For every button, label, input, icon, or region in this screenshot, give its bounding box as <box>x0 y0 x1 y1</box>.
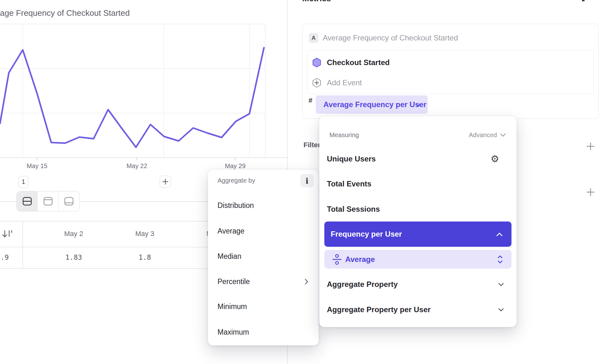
table-cell: 1.9 <box>0 253 12 261</box>
trend-line-series <box>0 48 264 147</box>
granularity-button[interactable]: 1 <box>18 176 28 188</box>
add-section-button[interactable] <box>586 188 595 197</box>
menu-item-total-sessions[interactable]: Total Sessions <box>327 204 380 214</box>
info-glyph: i <box>305 176 308 185</box>
add-event-button[interactable]: Add Event <box>327 78 362 88</box>
menu-item-unique-users[interactable]: Unique Users <box>327 154 376 164</box>
split-rows-icon <box>22 197 32 206</box>
table-column-divider <box>22 221 23 268</box>
table-cell: 1.83 <box>55 253 93 261</box>
sort-descending-icon[interactable] <box>2 229 13 238</box>
aggregate-by-menu: Aggregate by i Distribution Average Medi… <box>208 170 319 345</box>
event-name[interactable]: Checkout Started <box>327 58 390 67</box>
metric-label-badge: A <box>309 33 318 43</box>
chevron-up-icon <box>496 233 503 236</box>
event-hexagon-icon <box>312 58 321 68</box>
x-tick-label: May 22 <box>119 162 154 170</box>
add-filter-button[interactable] <box>586 142 595 151</box>
average-division-icon <box>332 254 342 265</box>
layout-split-rows-button[interactable] <box>17 191 38 211</box>
chevron-down-icon <box>415 103 421 107</box>
table-column-header[interactable]: May 2 <box>55 230 93 238</box>
partial-toolbar-icon <box>582 0 585 1</box>
advanced-label: Advanced <box>469 131 497 139</box>
table-cell: 1.8 <box>126 253 164 261</box>
panel-bottom-icon <box>64 197 74 206</box>
x-tick-label: May 15 <box>20 162 54 170</box>
info-icon[interactable]: i <box>300 174 314 187</box>
trend-chart[interactable] <box>0 0 287 172</box>
panel-top-icon <box>43 197 53 206</box>
measuring-header: Measuring <box>329 130 359 139</box>
x-tick-label: May 29 <box>218 162 253 170</box>
advanced-toggle[interactable]: Advanced <box>469 130 497 139</box>
layout-panel-top-button[interactable] <box>38 191 58 211</box>
metric-name-input[interactable]: Average Frequency of Checkout Started <box>323 33 458 43</box>
chevron-right-icon <box>305 279 309 285</box>
plus-icon <box>162 179 168 185</box>
app-window: age Frequency of Checkout Started May 15… <box>0 0 600 364</box>
measuring-menu: Measuring Advanced Unique Users ⚙ Total … <box>319 116 517 327</box>
menu-item-total-events[interactable]: Total Events <box>327 179 371 189</box>
layout-toggle-group <box>16 191 80 211</box>
add-annotation-button[interactable] <box>160 176 171 188</box>
menu-item-frequency-per-user-selected[interactable]: Frequency per User <box>324 221 511 247</box>
menu-item-average[interactable]: Average <box>217 226 244 236</box>
aggregate-by-header: Aggregate by <box>217 176 255 185</box>
metrics-heading-partial: Metrics <box>302 0 331 3</box>
menu-item-aggregate-property[interactable]: Aggregate Property <box>327 280 398 289</box>
filter-heading: Filter <box>303 141 321 149</box>
chevron-down-icon <box>498 283 504 286</box>
granularity-value: 1 <box>21 178 25 185</box>
chevron-down-icon <box>498 308 504 312</box>
event-card: Checkout Started Add Event <box>307 50 594 94</box>
measurement-dropdown[interactable]: Average Frequency per User <box>316 95 428 114</box>
add-event-icon[interactable] <box>312 78 321 88</box>
selected-item-label: Frequency per User <box>331 221 402 247</box>
metric-card: A Average Frequency of Checkout Started … <box>302 24 599 119</box>
select-updown-icon <box>498 255 503 264</box>
menu-item-distribution[interactable]: Distribution <box>217 201 254 210</box>
gear-icon[interactable]: ⚙ <box>491 154 499 164</box>
measurement-hash-symbol: # <box>309 97 312 104</box>
selected-subitem-label: Average <box>345 250 375 269</box>
table-column-header[interactable]: May 3 <box>126 230 164 238</box>
measurement-dropdown-label: Average Frequency per User <box>323 95 426 114</box>
menu-subitem-average-selected[interactable]: Average <box>324 250 511 269</box>
chevron-down-icon <box>500 133 506 137</box>
menu-item-percentile[interactable]: Percentile <box>217 277 250 286</box>
menu-item-maximum[interactable]: Maximum <box>217 327 249 337</box>
menu-item-minimum[interactable]: Minimum <box>217 302 247 311</box>
menu-item-aggregate-property-per-user[interactable]: Aggregate Property per User <box>327 305 431 314</box>
menu-item-median[interactable]: Median <box>217 252 241 261</box>
layout-panel-bottom-button[interactable] <box>59 191 79 211</box>
